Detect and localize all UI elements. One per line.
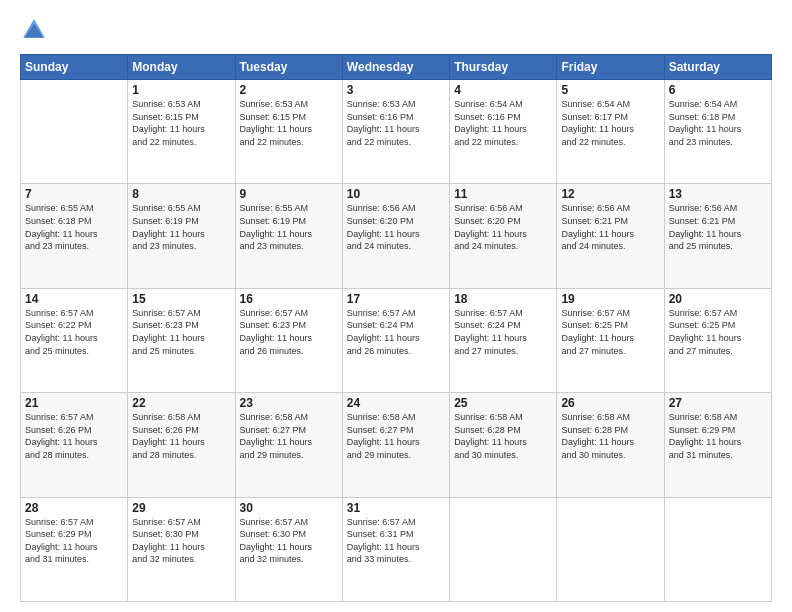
day-number: 31	[347, 501, 445, 515]
calendar-cell: 27Sunrise: 6:58 AM Sunset: 6:29 PM Dayli…	[664, 393, 771, 497]
calendar-cell: 19Sunrise: 6:57 AM Sunset: 6:25 PM Dayli…	[557, 288, 664, 392]
day-number: 24	[347, 396, 445, 410]
calendar-cell: 16Sunrise: 6:57 AM Sunset: 6:23 PM Dayli…	[235, 288, 342, 392]
day-number: 27	[669, 396, 767, 410]
calendar-table: SundayMondayTuesdayWednesdayThursdayFrid…	[20, 54, 772, 602]
day-number: 13	[669, 187, 767, 201]
calendar-cell: 14Sunrise: 6:57 AM Sunset: 6:22 PM Dayli…	[21, 288, 128, 392]
calendar-cell: 21Sunrise: 6:57 AM Sunset: 6:26 PM Dayli…	[21, 393, 128, 497]
cell-content: Sunrise: 6:57 AM Sunset: 6:25 PM Dayligh…	[561, 307, 659, 357]
cell-content: Sunrise: 6:58 AM Sunset: 6:29 PM Dayligh…	[669, 411, 767, 461]
weekday-monday: Monday	[128, 55, 235, 80]
calendar-cell	[450, 497, 557, 601]
weekday-saturday: Saturday	[664, 55, 771, 80]
calendar-cell: 6Sunrise: 6:54 AM Sunset: 6:18 PM Daylig…	[664, 80, 771, 184]
cell-content: Sunrise: 6:57 AM Sunset: 6:22 PM Dayligh…	[25, 307, 123, 357]
cell-content: Sunrise: 6:57 AM Sunset: 6:30 PM Dayligh…	[240, 516, 338, 566]
cell-content: Sunrise: 6:58 AM Sunset: 6:28 PM Dayligh…	[454, 411, 552, 461]
day-number: 12	[561, 187, 659, 201]
calendar-cell: 24Sunrise: 6:58 AM Sunset: 6:27 PM Dayli…	[342, 393, 449, 497]
day-number: 20	[669, 292, 767, 306]
day-number: 1	[132, 83, 230, 97]
cell-content: Sunrise: 6:54 AM Sunset: 6:17 PM Dayligh…	[561, 98, 659, 148]
cell-content: Sunrise: 6:58 AM Sunset: 6:26 PM Dayligh…	[132, 411, 230, 461]
calendar-cell: 22Sunrise: 6:58 AM Sunset: 6:26 PM Dayli…	[128, 393, 235, 497]
calendar-cell: 17Sunrise: 6:57 AM Sunset: 6:24 PM Dayli…	[342, 288, 449, 392]
cell-content: Sunrise: 6:57 AM Sunset: 6:25 PM Dayligh…	[669, 307, 767, 357]
cell-content: Sunrise: 6:57 AM Sunset: 6:23 PM Dayligh…	[132, 307, 230, 357]
calendar-cell: 9Sunrise: 6:55 AM Sunset: 6:19 PM Daylig…	[235, 184, 342, 288]
weekday-tuesday: Tuesday	[235, 55, 342, 80]
calendar-cell: 10Sunrise: 6:56 AM Sunset: 6:20 PM Dayli…	[342, 184, 449, 288]
day-number: 5	[561, 83, 659, 97]
cell-content: Sunrise: 6:57 AM Sunset: 6:24 PM Dayligh…	[454, 307, 552, 357]
calendar-cell: 28Sunrise: 6:57 AM Sunset: 6:29 PM Dayli…	[21, 497, 128, 601]
calendar-cell: 18Sunrise: 6:57 AM Sunset: 6:24 PM Dayli…	[450, 288, 557, 392]
day-number: 9	[240, 187, 338, 201]
day-number: 6	[669, 83, 767, 97]
calendar-cell: 20Sunrise: 6:57 AM Sunset: 6:25 PM Dayli…	[664, 288, 771, 392]
week-row-1: 7Sunrise: 6:55 AM Sunset: 6:18 PM Daylig…	[21, 184, 772, 288]
day-number: 8	[132, 187, 230, 201]
day-number: 2	[240, 83, 338, 97]
header	[20, 16, 772, 44]
cell-content: Sunrise: 6:57 AM Sunset: 6:23 PM Dayligh…	[240, 307, 338, 357]
cell-content: Sunrise: 6:58 AM Sunset: 6:27 PM Dayligh…	[347, 411, 445, 461]
calendar-cell	[557, 497, 664, 601]
day-number: 11	[454, 187, 552, 201]
day-number: 3	[347, 83, 445, 97]
cell-content: Sunrise: 6:56 AM Sunset: 6:21 PM Dayligh…	[669, 202, 767, 252]
calendar-cell: 29Sunrise: 6:57 AM Sunset: 6:30 PM Dayli…	[128, 497, 235, 601]
cell-content: Sunrise: 6:53 AM Sunset: 6:15 PM Dayligh…	[240, 98, 338, 148]
cell-content: Sunrise: 6:56 AM Sunset: 6:21 PM Dayligh…	[561, 202, 659, 252]
weekday-sunday: Sunday	[21, 55, 128, 80]
cell-content: Sunrise: 6:55 AM Sunset: 6:19 PM Dayligh…	[240, 202, 338, 252]
cell-content: Sunrise: 6:58 AM Sunset: 6:27 PM Dayligh…	[240, 411, 338, 461]
cell-content: Sunrise: 6:53 AM Sunset: 6:15 PM Dayligh…	[132, 98, 230, 148]
week-row-4: 28Sunrise: 6:57 AM Sunset: 6:29 PM Dayli…	[21, 497, 772, 601]
calendar-cell: 7Sunrise: 6:55 AM Sunset: 6:18 PM Daylig…	[21, 184, 128, 288]
cell-content: Sunrise: 6:55 AM Sunset: 6:19 PM Dayligh…	[132, 202, 230, 252]
cell-content: Sunrise: 6:57 AM Sunset: 6:24 PM Dayligh…	[347, 307, 445, 357]
weekday-thursday: Thursday	[450, 55, 557, 80]
day-number: 29	[132, 501, 230, 515]
calendar-cell: 13Sunrise: 6:56 AM Sunset: 6:21 PM Dayli…	[664, 184, 771, 288]
calendar-cell: 23Sunrise: 6:58 AM Sunset: 6:27 PM Dayli…	[235, 393, 342, 497]
cell-content: Sunrise: 6:56 AM Sunset: 6:20 PM Dayligh…	[347, 202, 445, 252]
calendar-cell: 4Sunrise: 6:54 AM Sunset: 6:16 PM Daylig…	[450, 80, 557, 184]
day-number: 10	[347, 187, 445, 201]
day-number: 17	[347, 292, 445, 306]
week-row-3: 21Sunrise: 6:57 AM Sunset: 6:26 PM Dayli…	[21, 393, 772, 497]
weekday-friday: Friday	[557, 55, 664, 80]
day-number: 30	[240, 501, 338, 515]
cell-content: Sunrise: 6:56 AM Sunset: 6:20 PM Dayligh…	[454, 202, 552, 252]
cell-content: Sunrise: 6:54 AM Sunset: 6:18 PM Dayligh…	[669, 98, 767, 148]
calendar-cell: 15Sunrise: 6:57 AM Sunset: 6:23 PM Dayli…	[128, 288, 235, 392]
day-number: 15	[132, 292, 230, 306]
day-number: 7	[25, 187, 123, 201]
day-number: 16	[240, 292, 338, 306]
weekday-wednesday: Wednesday	[342, 55, 449, 80]
day-number: 19	[561, 292, 659, 306]
cell-content: Sunrise: 6:57 AM Sunset: 6:30 PM Dayligh…	[132, 516, 230, 566]
cell-content: Sunrise: 6:58 AM Sunset: 6:28 PM Dayligh…	[561, 411, 659, 461]
page: SundayMondayTuesdayWednesdayThursdayFrid…	[0, 0, 792, 612]
cell-content: Sunrise: 6:57 AM Sunset: 6:29 PM Dayligh…	[25, 516, 123, 566]
cell-content: Sunrise: 6:54 AM Sunset: 6:16 PM Dayligh…	[454, 98, 552, 148]
calendar-cell: 1Sunrise: 6:53 AM Sunset: 6:15 PM Daylig…	[128, 80, 235, 184]
calendar-cell: 30Sunrise: 6:57 AM Sunset: 6:30 PM Dayli…	[235, 497, 342, 601]
cell-content: Sunrise: 6:53 AM Sunset: 6:16 PM Dayligh…	[347, 98, 445, 148]
day-number: 14	[25, 292, 123, 306]
cell-content: Sunrise: 6:55 AM Sunset: 6:18 PM Dayligh…	[25, 202, 123, 252]
week-row-2: 14Sunrise: 6:57 AM Sunset: 6:22 PM Dayli…	[21, 288, 772, 392]
day-number: 26	[561, 396, 659, 410]
cell-content: Sunrise: 6:57 AM Sunset: 6:26 PM Dayligh…	[25, 411, 123, 461]
calendar-cell: 11Sunrise: 6:56 AM Sunset: 6:20 PM Dayli…	[450, 184, 557, 288]
cell-content: Sunrise: 6:57 AM Sunset: 6:31 PM Dayligh…	[347, 516, 445, 566]
calendar-cell: 8Sunrise: 6:55 AM Sunset: 6:19 PM Daylig…	[128, 184, 235, 288]
day-number: 25	[454, 396, 552, 410]
calendar-cell: 31Sunrise: 6:57 AM Sunset: 6:31 PM Dayli…	[342, 497, 449, 601]
day-number: 4	[454, 83, 552, 97]
calendar-cell	[664, 497, 771, 601]
calendar-cell: 12Sunrise: 6:56 AM Sunset: 6:21 PM Dayli…	[557, 184, 664, 288]
